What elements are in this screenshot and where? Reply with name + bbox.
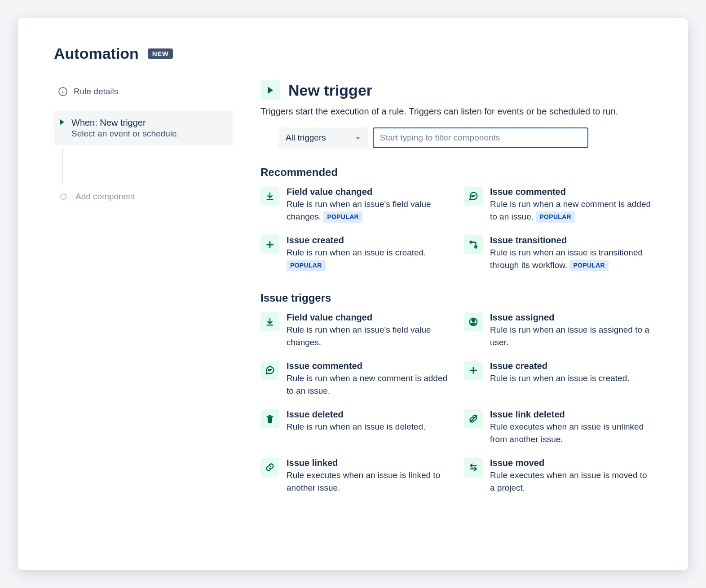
download-icon [260, 187, 279, 206]
trigger-filter-select[interactable]: All triggers [278, 127, 368, 148]
trigger-description: Rule is run when an issue is created. PO… [287, 246, 449, 271]
trash-icon [260, 409, 279, 428]
trigger-title: Issue moved [490, 458, 652, 468]
link-icon [260, 458, 279, 477]
download-icon [260, 312, 279, 331]
main-title: New trigger [288, 82, 372, 99]
trigger-description: Rule is run when a new comment is added … [490, 198, 652, 223]
add-component-button[interactable]: Add component [54, 185, 234, 208]
transition-icon [464, 235, 483, 254]
trigger-description: Rule is run when an issue's field value … [287, 324, 449, 348]
trigger-title: Issue commented [287, 361, 449, 371]
popular-badge: POPULAR [287, 260, 326, 271]
trigger-title: Issue linked [287, 458, 449, 468]
section-issue-triggers-title: Issue triggers [260, 292, 652, 304]
trigger-description: Rule is run when an issue's field value … [287, 198, 449, 223]
trigger-description: Rule executes when an issue is linked to… [287, 469, 449, 494]
page-title: Automation [54, 45, 139, 62]
trigger-title: Field value changed [287, 187, 449, 197]
trigger-card[interactable]: Issue commentedRule is run when a new co… [260, 361, 449, 397]
step-title: When: New trigger [71, 118, 179, 128]
trigger-title: Issue transitioned [490, 235, 652, 246]
add-circle-icon [60, 193, 66, 200]
unlink-icon [464, 409, 483, 428]
popular-badge: POPULAR [569, 260, 609, 271]
trigger-card[interactable]: Issue commentedRule is run when a new co… [464, 187, 652, 223]
popular-badge: POPULAR [323, 211, 362, 222]
select-label: All triggers [286, 133, 326, 143]
trigger-card[interactable]: Field value changedRule is run when an i… [260, 187, 449, 223]
trigger-description: Rule is run when an issue is transitione… [490, 246, 652, 271]
trigger-title: Issue deleted [287, 409, 425, 420]
new-badge: NEW [148, 48, 173, 59]
trigger-description: Rule is run when an issue is assigned to… [490, 324, 652, 348]
comment-icon [464, 187, 483, 206]
info-icon: i [58, 87, 67, 96]
rule-details-label: Rule details [74, 87, 118, 97]
trigger-description: Rule executes when an issue is moved to … [490, 469, 652, 494]
trigger-title: Field value changed [287, 312, 449, 323]
plus-icon [260, 235, 279, 254]
trigger-card[interactable]: Issue createdRule is run when an issue i… [260, 235, 449, 271]
sidebar: i Rule details When: New trigger Select … [54, 80, 234, 548]
user-icon [464, 312, 483, 331]
trigger-icon [260, 80, 280, 100]
trigger-title: Issue link deleted [490, 409, 652, 420]
trigger-card[interactable]: Issue deletedRule is run when an issue i… [260, 409, 449, 445]
main-description: Triggers start the execution of a rule. … [260, 106, 652, 117]
trigger-description: Rule is run when an issue is created. [490, 372, 630, 385]
popular-badge: POPULAR [536, 211, 575, 222]
trigger-card[interactable]: Issue transitionedRule is run when an is… [464, 235, 652, 271]
trigger-description: Rule is run when a new comment is added … [287, 372, 449, 397]
trigger-card[interactable]: Issue assignedRule is run when an issue … [464, 312, 652, 348]
trigger-card[interactable]: Issue link deletedRule executes when an … [464, 409, 652, 445]
section-recommended-title: Recommended [260, 166, 652, 179]
comment-icon [260, 361, 279, 380]
play-icon [60, 119, 64, 139]
trigger-card[interactable]: Issue movedRule executes when an issue i… [464, 458, 652, 494]
step-subtitle: Select an event or schedule. [71, 129, 179, 139]
trigger-description: Rule is run when an issue is deleted. [287, 421, 425, 433]
add-component-label: Add component [75, 192, 135, 202]
page-header: Automation NEW [54, 45, 652, 62]
trigger-title: Issue created [287, 235, 449, 246]
trigger-card[interactable]: Field value changedRule is run when an i… [260, 312, 449, 348]
trigger-title: Issue commented [490, 187, 652, 197]
step-new-trigger[interactable]: When: New trigger Select an event or sch… [54, 111, 234, 145]
trigger-card[interactable]: Issue linkedRule executes when an issue … [260, 458, 449, 494]
trigger-card[interactable]: Issue createdRule is run when an issue i… [464, 361, 652, 397]
plus-icon [464, 361, 483, 380]
trigger-title: Issue assigned [490, 312, 652, 323]
move-icon [464, 458, 483, 477]
trigger-description: Rule executes when an issue is unlinked … [490, 421, 652, 445]
rule-details-link[interactable]: i Rule details [54, 80, 234, 103]
chevron-down-icon [355, 135, 361, 141]
trigger-title: Issue created [490, 361, 630, 371]
filter-input[interactable] [373, 127, 588, 148]
svg-point-11 [472, 320, 475, 322]
main-panel: New trigger Triggers start the execution… [260, 80, 652, 548]
